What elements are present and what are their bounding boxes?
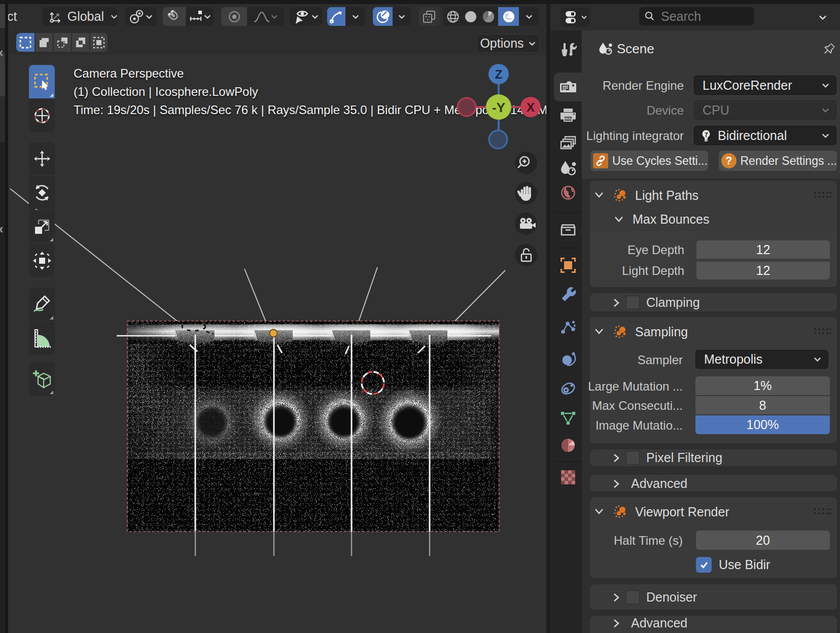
svg-text:Z: Z [495, 67, 503, 81]
svg-text:X: X [527, 100, 535, 114]
svg-text:-Y: -Y [492, 100, 505, 115]
